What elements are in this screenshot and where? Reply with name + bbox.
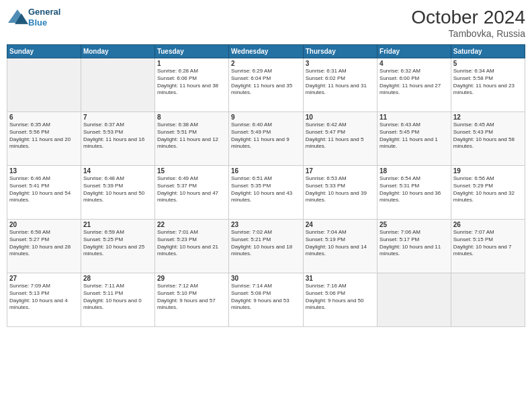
calendar-cell: 29Sunrise: 7:12 AM Sunset: 5:10 PM Dayli…: [154, 273, 228, 327]
day-number: 18: [380, 167, 449, 175]
day-info: Sunrise: 6:46 AM Sunset: 5:41 PM Dayligh…: [9, 175, 79, 204]
calendar-header-row: SundayMondayTuesdayWednesdayThursdayFrid…: [7, 45, 525, 58]
column-header-monday: Monday: [81, 45, 154, 58]
calendar-cell: 14Sunrise: 6:48 AM Sunset: 5:39 PM Dayli…: [81, 166, 154, 220]
calendar-cell: [81, 58, 154, 112]
day-info: Sunrise: 7:12 AM Sunset: 5:10 PM Dayligh…: [157, 283, 226, 312]
day-number: 23: [231, 221, 301, 228]
calendar-cell: 31Sunrise: 7:16 AM Sunset: 5:06 PM Dayli…: [303, 273, 377, 327]
calendar-cell: 9Sunrise: 6:40 AM Sunset: 5:49 PM Daylig…: [228, 112, 303, 166]
day-number: 28: [83, 275, 152, 282]
day-number: 24: [306, 221, 375, 228]
day-number: 14: [83, 167, 152, 175]
calendar-cell: 1Sunrise: 6:28 AM Sunset: 6:06 PM Daylig…: [154, 58, 228, 112]
logo-general: General: [28, 7, 60, 17]
day-info: Sunrise: 6:35 AM Sunset: 5:56 PM Dayligh…: [9, 122, 79, 150]
calendar-cell: 13Sunrise: 6:46 AM Sunset: 5:41 PM Dayli…: [7, 166, 81, 220]
day-info: Sunrise: 6:32 AM Sunset: 6:00 PM Dayligh…: [380, 68, 449, 97]
calendar-week-1: 1Sunrise: 6:28 AM Sunset: 6:06 PM Daylig…: [7, 58, 525, 112]
column-header-wednesday: Wednesday: [228, 45, 303, 58]
column-header-thursday: Thursday: [303, 45, 377, 58]
day-number: 13: [9, 167, 79, 175]
day-info: Sunrise: 6:48 AM Sunset: 5:39 PM Dayligh…: [83, 175, 152, 204]
day-number: 30: [231, 275, 301, 282]
day-number: 9: [231, 113, 301, 121]
column-header-tuesday: Tuesday: [154, 45, 228, 58]
day-info: Sunrise: 6:38 AM Sunset: 5:51 PM Dayligh…: [157, 122, 226, 150]
day-number: 12: [453, 113, 523, 121]
day-number: 21: [83, 221, 152, 228]
logo-text: General Blue: [28, 7, 60, 28]
calendar-cell: 21Sunrise: 6:59 AM Sunset: 5:25 PM Dayli…: [81, 220, 154, 273]
day-info: Sunrise: 6:29 AM Sunset: 6:04 PM Dayligh…: [231, 68, 301, 97]
day-number: 17: [306, 167, 375, 175]
column-header-friday: Friday: [378, 45, 451, 58]
calendar-cell: 30Sunrise: 7:14 AM Sunset: 5:08 PM Dayli…: [228, 273, 303, 327]
calendar-cell: 18Sunrise: 6:54 AM Sunset: 5:31 PM Dayli…: [378, 166, 451, 220]
day-number: 11: [380, 113, 449, 121]
day-info: Sunrise: 6:59 AM Sunset: 5:25 PM Dayligh…: [83, 229, 152, 258]
day-number: 4: [380, 60, 449, 67]
day-info: Sunrise: 6:49 AM Sunset: 5:37 PM Dayligh…: [157, 175, 226, 204]
calendar-cell: 3Sunrise: 6:31 AM Sunset: 6:02 PM Daylig…: [303, 58, 377, 112]
calendar-cell: 22Sunrise: 7:01 AM Sunset: 5:23 PM Dayli…: [154, 220, 228, 273]
logo-blue: Blue: [28, 17, 47, 28]
calendar-cell: 6Sunrise: 6:35 AM Sunset: 5:56 PM Daylig…: [7, 112, 81, 166]
day-info: Sunrise: 6:28 AM Sunset: 6:06 PM Dayligh…: [157, 68, 226, 97]
calendar-cell: 17Sunrise: 6:53 AM Sunset: 5:33 PM Dayli…: [303, 166, 377, 220]
calendar-cell: 10Sunrise: 6:42 AM Sunset: 5:47 PM Dayli…: [303, 112, 377, 166]
day-number: 1: [157, 60, 226, 67]
calendar-cell: [7, 58, 81, 112]
calendar-cell: 19Sunrise: 6:56 AM Sunset: 5:29 PM Dayli…: [451, 166, 525, 220]
day-info: Sunrise: 6:37 AM Sunset: 5:53 PM Dayligh…: [83, 122, 152, 150]
day-info: Sunrise: 7:14 AM Sunset: 5:08 PM Dayligh…: [231, 283, 301, 312]
day-number: 6: [9, 113, 79, 121]
calendar-cell: 12Sunrise: 6:45 AM Sunset: 5:43 PM Dayli…: [451, 112, 525, 166]
calendar-week-3: 13Sunrise: 6:46 AM Sunset: 5:41 PM Dayli…: [7, 166, 525, 220]
day-info: Sunrise: 6:53 AM Sunset: 5:33 PM Dayligh…: [306, 175, 375, 204]
day-number: 15: [157, 167, 226, 175]
calendar-week-4: 20Sunrise: 6:58 AM Sunset: 5:27 PM Dayli…: [7, 220, 525, 273]
calendar-cell: 15Sunrise: 6:49 AM Sunset: 5:37 PM Dayli…: [154, 166, 228, 220]
calendar-cell: 4Sunrise: 6:32 AM Sunset: 6:00 PM Daylig…: [378, 58, 451, 112]
day-info: Sunrise: 7:01 AM Sunset: 5:23 PM Dayligh…: [157, 229, 226, 258]
calendar-cell: 26Sunrise: 7:07 AM Sunset: 5:15 PM Dayli…: [451, 220, 525, 273]
day-info: Sunrise: 7:04 AM Sunset: 5:19 PM Dayligh…: [306, 229, 375, 258]
day-info: Sunrise: 7:07 AM Sunset: 5:15 PM Dayligh…: [453, 229, 523, 258]
month-title: October 2024: [411, 7, 525, 28]
day-number: 22: [157, 221, 226, 228]
logo: General Blue: [7, 7, 60, 28]
day-info: Sunrise: 6:34 AM Sunset: 5:58 PM Dayligh…: [453, 68, 523, 97]
day-number: 2: [231, 60, 301, 67]
day-info: Sunrise: 7:02 AM Sunset: 5:21 PM Dayligh…: [231, 229, 301, 258]
day-number: 26: [453, 221, 523, 228]
page: General Blue October 2024 Tambovka, Russ…: [0, 0, 532, 411]
day-info: Sunrise: 6:54 AM Sunset: 5:31 PM Dayligh…: [380, 175, 449, 204]
calendar-cell: 24Sunrise: 7:04 AM Sunset: 5:19 PM Dayli…: [303, 220, 377, 273]
day-info: Sunrise: 7:06 AM Sunset: 5:17 PM Dayligh…: [380, 229, 449, 258]
header: General Blue October 2024 Tambovka, Russ…: [7, 7, 525, 39]
day-number: 8: [157, 113, 226, 121]
calendar-cell: 27Sunrise: 7:09 AM Sunset: 5:13 PM Dayli…: [7, 273, 81, 327]
day-info: Sunrise: 6:58 AM Sunset: 5:27 PM Dayligh…: [9, 229, 79, 258]
day-info: Sunrise: 6:42 AM Sunset: 5:47 PM Dayligh…: [306, 122, 375, 150]
day-number: 29: [157, 275, 226, 282]
day-number: 27: [9, 275, 79, 282]
location: Tambovka, Russia: [411, 28, 525, 39]
day-info: Sunrise: 6:40 AM Sunset: 5:49 PM Dayligh…: [231, 122, 301, 150]
calendar-cell: 11Sunrise: 6:43 AM Sunset: 5:45 PM Dayli…: [378, 112, 451, 166]
day-number: 19: [453, 167, 523, 175]
calendar-cell: 8Sunrise: 6:38 AM Sunset: 5:51 PM Daylig…: [154, 112, 228, 166]
day-info: Sunrise: 6:56 AM Sunset: 5:29 PM Dayligh…: [453, 175, 523, 204]
day-number: 25: [380, 221, 449, 228]
day-info: Sunrise: 7:16 AM Sunset: 5:06 PM Dayligh…: [306, 283, 375, 312]
calendar-cell: 20Sunrise: 6:58 AM Sunset: 5:27 PM Dayli…: [7, 220, 81, 273]
calendar-cell: 28Sunrise: 7:11 AM Sunset: 5:11 PM Dayli…: [81, 273, 154, 327]
day-number: 10: [306, 113, 375, 121]
day-info: Sunrise: 6:51 AM Sunset: 5:35 PM Dayligh…: [231, 175, 301, 204]
day-number: 7: [83, 113, 152, 121]
calendar-cell: [451, 273, 525, 327]
calendar-cell: 25Sunrise: 7:06 AM Sunset: 5:17 PM Dayli…: [378, 220, 451, 273]
calendar-cell: 7Sunrise: 6:37 AM Sunset: 5:53 PM Daylig…: [81, 112, 154, 166]
day-info: Sunrise: 7:09 AM Sunset: 5:13 PM Dayligh…: [9, 283, 79, 312]
